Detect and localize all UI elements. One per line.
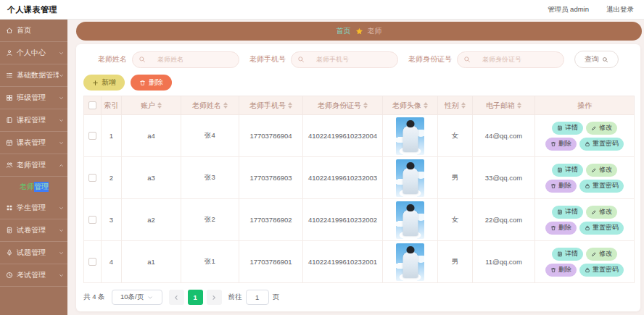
table-row: 1a4张417703786904410224199610232004女44@qq… [84,115,635,157]
next-page-button[interactable] [207,290,222,305]
page-size-label: 10条/页 [120,293,144,302]
page-number-active[interactable]: 1 [188,290,203,305]
sidebar-subitem[interactable]: 老师管理 [0,177,67,197]
users-icon [6,161,13,169]
detail-icon [557,167,563,173]
sidebar-item-label: 考试管理 [17,270,59,280]
row-action-reset-password-button[interactable]: 重置密码 [579,180,624,193]
row-action-delete-button[interactable]: 删除 [545,180,577,193]
page-size-select[interactable]: 10条/页 [112,290,162,305]
sidebar-item-label: 首页 [17,25,64,35]
sidebar-item-label: 老师管理 [17,160,59,170]
row-phone: 17703786901 [239,241,303,283]
chevron-down-icon [59,251,64,256]
select-all-checkbox[interactable] [88,101,96,109]
sort-icon[interactable] [363,102,368,109]
calendar-icon [6,139,13,146]
column-header[interactable]: 老师姓名 [181,96,239,115]
chevron-down-icon [59,118,64,123]
user-label: 管理员 admin [548,5,589,14]
column-header[interactable]: 老师头像 [383,96,438,115]
delete-icon [550,141,556,147]
chevron-down-icon [59,228,64,233]
row-action-detail-button[interactable]: 详情 [552,122,583,135]
row-gender: 女 [438,115,473,157]
row-action-detail-button[interactable]: 详情 [552,206,583,219]
column-header-label: 索引 [104,101,119,111]
row-checkbox[interactable] [88,174,96,182]
row-action-delete-button[interactable]: 删除 [545,264,577,277]
breadcrumb-home-link[interactable]: 首页 [337,26,351,36]
search-submit-label: 查询 [585,54,599,64]
row-action-edit-button[interactable]: 修改 [586,164,617,177]
column-header[interactable]: 账户 [122,96,181,115]
column-header[interactable]: 电子邮箱 [473,96,535,115]
column-header-label: 性别 [445,101,459,111]
sort-icon[interactable] [424,102,428,109]
goto-label: 前往 [228,293,242,302]
sort-icon[interactable] [288,102,292,109]
top-header: 个人课表管理 管理员 admin 退出登录 [0,0,644,20]
sidebar-item-0[interactable]: 首页 [0,20,67,42]
row-action-delete-button[interactable]: 删除 [545,138,577,151]
sidebar-item-label: 试卷管理 [17,225,59,235]
column-header[interactable]: 性别 [438,96,473,115]
search-input[interactable] [291,51,398,68]
sidebar-item-6[interactable]: 老师管理 [0,154,67,177]
row-action-edit-button[interactable]: 修改 [586,122,617,135]
sidebar-item-10[interactable]: 考试管理 [0,264,67,287]
sidebar-item-1[interactable]: 个人中心 [0,42,67,64]
row-action-detail-button[interactable]: 详情 [552,248,583,261]
row-action-edit-button[interactable]: 修改 [586,248,617,261]
search-input[interactable] [457,51,564,68]
table-row: 3a2张217703786902410224199610232002女22@qq… [84,199,635,241]
sort-icon[interactable] [517,102,521,109]
sidebar-item-7[interactable]: 学生管理 [0,197,67,219]
row-action-delete-button[interactable]: 删除 [545,222,577,235]
row-action-reset-password-button[interactable]: 重置密码 [579,264,624,277]
row-action-reset-password-button[interactable]: 重置密码 [579,138,624,151]
sort-icon[interactable] [223,102,228,109]
add-button-label: 新增 [102,77,116,88]
sidebar-item-4[interactable]: 课程管理 [0,109,67,132]
prev-page-button[interactable] [169,290,184,305]
sort-icon[interactable] [461,102,466,109]
row-actions-cell: 详情修改删除重置密码 [535,199,635,241]
search-icon [463,56,471,63]
delete-icon [550,183,556,189]
column-header[interactable]: 老师手机号 [239,96,303,115]
goto-page-input[interactable] [246,290,269,305]
row-checkbox[interactable] [88,216,96,224]
sort-icon[interactable] [157,102,162,109]
search-input-box [457,51,564,68]
batch-delete-button[interactable]: 删除 [131,75,172,91]
row-action-reset-password-button[interactable]: 重置密码 [579,222,624,235]
row-checkbox[interactable] [88,258,96,266]
sidebar-item-8[interactable]: 试卷管理 [0,219,67,242]
sidebar-item-9[interactable]: 试题管理 [0,242,67,264]
sidebar-item-label: 班级管理 [17,93,59,103]
search-icon [602,56,608,63]
content-card: 老师姓名老师手机号老师身份证号 查询 新增 删除 [76,44,640,311]
row-checkbox[interactable] [88,132,96,140]
search-submit-button[interactable]: 查询 [574,51,619,68]
sidebar-item-5[interactable]: 课表管理 [0,132,67,154]
reset-password-icon [585,225,590,231]
logout-button[interactable]: 退出登录 [606,5,634,14]
document-icon [6,227,13,234]
sidebar-item-label: 个人中心 [17,48,59,58]
row-action-edit-button[interactable]: 修改 [586,206,617,219]
row-action-label: 删除 [558,181,571,190]
row-action-label: 详情 [565,165,578,175]
table-row: 4a1张117703786901410224199610232001男11@qq… [84,241,635,283]
row-name: 张2 [181,199,239,241]
app-title: 个人课表管理 [7,4,57,15]
content-area: 首页 老师 老师姓名老师手机号老师身份证号 查询 新增 删除 [67,20,644,315]
search-input[interactable] [132,51,239,68]
sidebar-item-3[interactable]: 班级管理 [0,87,67,109]
row-action-detail-button[interactable]: 详情 [552,164,583,177]
column-header[interactable]: 老师身份证号 [303,96,383,115]
trash-icon [139,80,146,86]
sidebar-item-2[interactable]: 基础数据管理 [0,64,67,87]
add-button[interactable]: 新增 [83,75,125,91]
